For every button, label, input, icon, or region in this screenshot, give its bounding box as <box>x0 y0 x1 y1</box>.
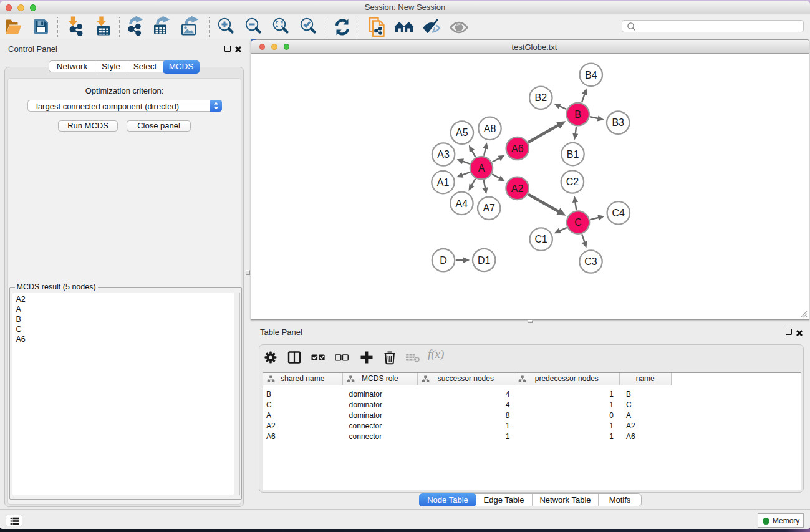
svg-text:A6: A6 <box>511 143 524 154</box>
svg-text:B3: B3 <box>612 117 624 128</box>
svg-text:C3: C3 <box>584 256 597 267</box>
svg-text:A: A <box>478 163 485 173</box>
svg-text:C4: C4 <box>612 208 625 218</box>
svg-text:A1: A1 <box>437 177 450 188</box>
svg-text:A2: A2 <box>511 183 524 194</box>
svg-text:C2: C2 <box>566 177 579 187</box>
svg-text:B: B <box>574 109 581 120</box>
svg-text:C: C <box>574 217 582 228</box>
svg-text:A8: A8 <box>484 123 496 134</box>
svg-text:B4: B4 <box>585 70 597 80</box>
svg-text:B2: B2 <box>535 92 547 103</box>
svg-text:C1: C1 <box>534 234 547 244</box>
svg-text:A7: A7 <box>483 203 495 213</box>
svg-text:A3: A3 <box>437 149 450 160</box>
svg-text:A5: A5 <box>456 127 468 138</box>
svg-text:A4: A4 <box>456 198 468 209</box>
svg-text:D: D <box>440 255 447 266</box>
svg-text:B1: B1 <box>567 149 579 160</box>
svg-text:D1: D1 <box>478 255 491 266</box>
